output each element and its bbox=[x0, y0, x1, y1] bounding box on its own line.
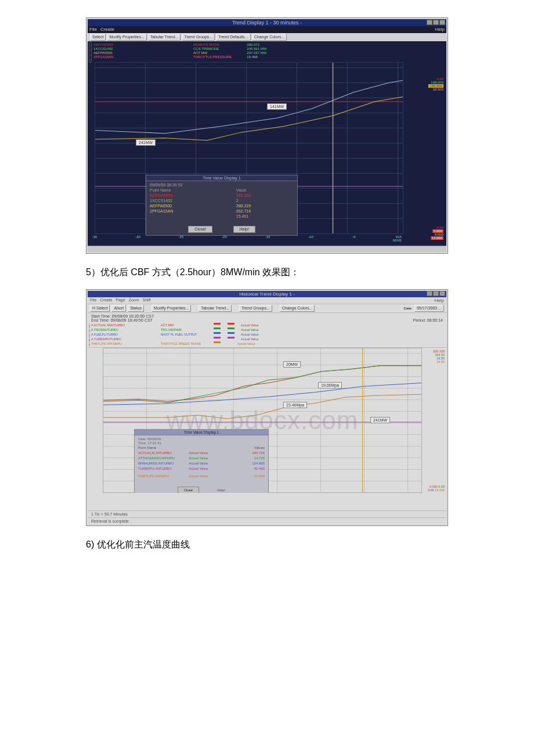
legend-item: TRG MWPWR bbox=[161, 327, 207, 332]
legend-item: ACT MW bbox=[193, 51, 232, 55]
figure-inner: Trend Display 1 - 30 minutes - File Crea… bbox=[88, 19, 446, 252]
menu-help[interactable]: Help bbox=[435, 27, 445, 32]
menu-file[interactable]: File bbox=[89, 27, 97, 32]
maximize-icon[interactable] bbox=[433, 291, 439, 296]
popup-val: 124.995 bbox=[230, 461, 265, 466]
popup-row: THRTLPS /WFMPU bbox=[138, 474, 189, 479]
legend-item: ACT MW bbox=[161, 323, 207, 327]
legend-swatch bbox=[228, 327, 234, 329]
legend-item: 1XCCS1402 bbox=[93, 47, 134, 51]
close-icon[interactable] bbox=[439, 291, 445, 296]
legend-item: AEFOA0053 bbox=[93, 43, 134, 47]
legend-item: 249.561 MW bbox=[247, 47, 266, 51]
tabular-trend-button[interactable]: Tabular Trend... bbox=[199, 305, 232, 312]
tabular-trend-button[interactable]: Tabular Trend... bbox=[148, 34, 181, 41]
menu-create[interactable]: Create bbox=[100, 298, 112, 303]
legend-swatch bbox=[214, 327, 221, 329]
chart-annotation: 241MW bbox=[136, 139, 156, 146]
figure-historical-trend: Historical Trend Display 1 - File Create… bbox=[86, 289, 448, 526]
chart-footer bbox=[88, 493, 446, 510]
chart-annotation: 15.46Mpa bbox=[283, 402, 307, 408]
legend-swatch bbox=[228, 323, 234, 325]
window-title: Historical Trend Display 1 - bbox=[239, 291, 295, 297]
chart-annotation: 20MW bbox=[283, 361, 301, 368]
retrieval-status: Retrieval is complete bbox=[88, 517, 446, 524]
caption-5: 5）优化后 CBF 方式（2.5hour）8MW/min 效果图： bbox=[86, 267, 448, 279]
status-button[interactable]: Status bbox=[128, 305, 144, 312]
period-label: Period: bbox=[413, 318, 426, 322]
help-button[interactable]: Help! bbox=[233, 226, 255, 233]
menu-zoom[interactable]: Zoom bbox=[129, 298, 139, 303]
popup-body: 09/09/09 08:26:52 Point Name Value AEFOA… bbox=[146, 181, 297, 220]
close-icon[interactable] bbox=[439, 20, 445, 25]
axis-value: 24.00 bbox=[423, 360, 445, 363]
window-controls bbox=[427, 291, 445, 296]
legend-item: A ACTUAL MW/TURBO bbox=[91, 323, 155, 327]
legend-item: THROTTLE PRESSURE bbox=[193, 55, 232, 59]
legend-item: MAST FL FUEL OUTPUT bbox=[161, 332, 207, 337]
popup-val: 184.746 bbox=[230, 451, 265, 456]
legend-item: CCS TPRMODE bbox=[193, 47, 232, 51]
select-button[interactable]: H Select bbox=[90, 305, 110, 312]
menu-page[interactable]: Page bbox=[116, 298, 125, 303]
popup-desc: Actual Value bbox=[189, 461, 230, 466]
chart-annotation: 141MW bbox=[267, 103, 287, 110]
time-range: Start Time: 09/08/09 10:20:00 CST Period… bbox=[88, 313, 446, 323]
minimize-icon[interactable] bbox=[427, 291, 432, 296]
legend-stripe bbox=[89, 42, 92, 63]
minimize-icon[interactable] bbox=[427, 20, 432, 25]
help-button[interactable]: Help! bbox=[217, 488, 225, 492]
menubar: File Create Page Zoom Shift Help bbox=[88, 297, 446, 304]
select-button[interactable]: Select bbox=[90, 34, 106, 41]
popup-body: Date: 09/08/09 Time: 17:21:41 Point Name… bbox=[135, 435, 268, 481]
popup-date: Date: 09/08/09 bbox=[138, 437, 265, 441]
menu-create[interactable]: Create bbox=[100, 27, 114, 32]
period-value: 08:00:14 bbox=[427, 318, 443, 322]
close-button[interactable]: Close! bbox=[188, 226, 212, 233]
menu-file[interactable]: File bbox=[90, 298, 96, 303]
maximize-icon[interactable] bbox=[433, 20, 439, 25]
popup-val: 14.000 bbox=[230, 474, 265, 479]
popup-row bbox=[150, 214, 229, 219]
menubar: File Create Help bbox=[88, 26, 446, 33]
popup-datetime: 09/09/09 08:26:52 bbox=[150, 183, 294, 187]
popup-desc: Actual Value bbox=[189, 466, 230, 471]
trend-groups-button[interactable]: Trend Groups... bbox=[239, 305, 272, 312]
popup-row: TURBSPU /MTURBO bbox=[138, 466, 189, 471]
chart-area: www.bdocx.com 20MW 19.06Mpa 15.46Mpa 241… bbox=[88, 347, 446, 510]
legend-item: Actual Value bbox=[241, 337, 258, 341]
window-title: Trend Display 1 - 30 minutes - bbox=[232, 20, 302, 26]
tick-info: 1 Tic = 50.7 Minutes bbox=[88, 510, 446, 517]
abort-button[interactable]: Abort bbox=[111, 305, 126, 312]
popup-row: AEFOA0053 bbox=[150, 193, 229, 198]
axis-tick: 015MINS bbox=[393, 235, 402, 242]
legend-item: THRTLPS VPFSMPU bbox=[91, 341, 155, 346]
popup-val: 2 bbox=[236, 198, 294, 203]
legend-item: A FUELFL/TURBO bbox=[91, 332, 155, 337]
change-colors-button[interactable]: Change Colors... bbox=[280, 305, 315, 312]
axis-value: 18.500 bbox=[407, 88, 443, 91]
popup-val: 280.229 bbox=[236, 203, 294, 208]
time-value-popup: Time Value Display 1 09/09/09 08:26:52 P… bbox=[146, 175, 298, 236]
window-titlebar: Trend Display 1 - 30 minutes - bbox=[88, 19, 446, 26]
menu-shift[interactable]: Shift bbox=[143, 298, 151, 303]
window-titlebar: Historical Trend Display 1 - bbox=[88, 291, 446, 297]
popup-desc: Actual Value bbox=[189, 451, 230, 456]
popup-time: Time: 17:21:41 bbox=[138, 441, 265, 445]
legend-descriptions: REMOTE MODE CCS TPRMODE ACT MW THROTTLE … bbox=[193, 42, 232, 59]
legend-item: Actual Value bbox=[237, 341, 255, 346]
chart-area: AEFOA0053 1XCCS1402 AEFPA0500 1PFGA15AN … bbox=[88, 41, 446, 246]
legend-item: A TURBSPD/TURBO bbox=[91, 337, 155, 341]
menu-help[interactable]: Help bbox=[435, 298, 444, 303]
legend: A ACTUAL MW/TURBOACT MWActual Value A TR… bbox=[88, 323, 446, 347]
trend-groups-button[interactable]: Trend Groups... bbox=[182, 34, 215, 41]
date-field[interactable]: 09/17/2003 ... bbox=[414, 305, 444, 312]
y-axis-top: 5.00 198.000 150.000 18.500 bbox=[405, 76, 446, 92]
window-controls bbox=[427, 20, 445, 25]
caption-6: 6) 优化化前主汽温度曲线 bbox=[86, 539, 448, 551]
change-colors-button[interactable]: Change Colors... bbox=[252, 34, 287, 41]
page-root: Trend Display 1 - 30 minutes - File Crea… bbox=[0, 0, 534, 736]
modify-properties-button[interactable]: Modify Properties... bbox=[151, 305, 191, 312]
modify-properties-button[interactable]: Modify Properties... bbox=[107, 34, 146, 41]
trend-defaults-button[interactable]: Trend Defaults... bbox=[216, 34, 251, 41]
